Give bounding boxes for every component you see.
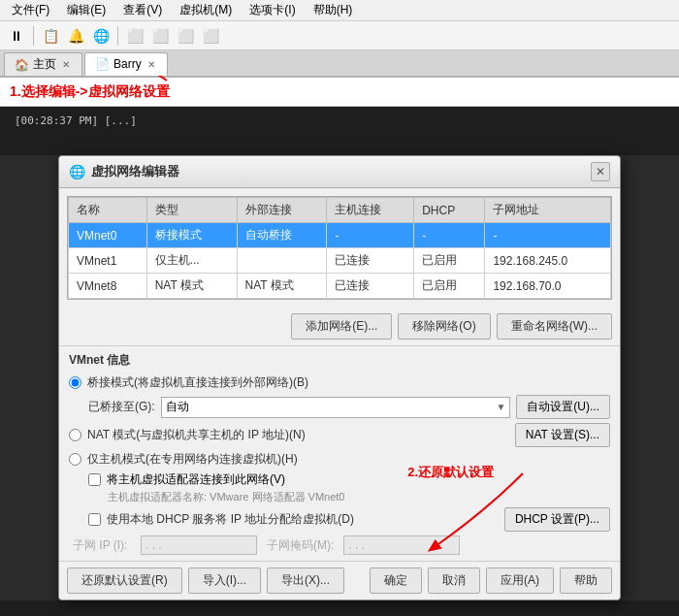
menu-help[interactable]: 帮助(H) bbox=[306, 0, 361, 20]
top-button-row: 添加网络(E)... 移除网络(O) 重命名网络(W)... bbox=[59, 308, 620, 345]
dhcp-row: 使用本地 DHCP 服务将 IP 地址分配给虚拟机(D) DHCP 设置(P).… bbox=[88, 507, 610, 532]
cell-subnet: - bbox=[485, 223, 611, 248]
col-name: 名称 bbox=[69, 198, 147, 223]
cell-name: VMnet8 bbox=[69, 274, 147, 299]
subnet-ip-label: 子网 IP (I): bbox=[73, 537, 131, 554]
cell-name: VMnet1 bbox=[69, 248, 147, 274]
step1-text: 1.选择编辑-> bbox=[10, 83, 88, 101]
bridge-to-dropdown[interactable]: 自动 ▼ bbox=[161, 397, 511, 418]
adapter-name-text: 主机虚拟适配器名称: VMware 网络适配器 VMnet0 bbox=[108, 490, 610, 504]
window-icon1[interactable]: ⬜ bbox=[124, 25, 146, 47]
vmware-status-text: [00:28:37 PM] [...] bbox=[0, 107, 679, 135]
vmnet-info-title: VMnet 信息 bbox=[69, 352, 610, 369]
tab-barry-icon: 📄 bbox=[95, 57, 110, 71]
export-button[interactable]: 导出(X)... bbox=[267, 567, 344, 594]
network-icon[interactable]: 🌐 bbox=[90, 25, 112, 47]
cell-type: NAT 模式 bbox=[146, 274, 237, 299]
step1b-text: 虚拟网络设置 bbox=[88, 83, 170, 101]
bridge-radio-label: 桥接模式(将虚拟机直接连接到外部网络)(B) bbox=[87, 374, 308, 391]
rename-network-button[interactable]: 重命名网络(W)... bbox=[497, 313, 612, 340]
remove-network-button[interactable]: 移除网络(O) bbox=[398, 313, 490, 340]
dialog-title: 虚拟网络编辑器 bbox=[91, 163, 179, 180]
cell-subnet: 192.168.245.0 bbox=[485, 248, 611, 274]
menu-vm[interactable]: 虚拟机(M) bbox=[172, 0, 240, 20]
network-table: 名称 类型 外部连接 主机连接 DHCP 子网地址 VMnet0 bbox=[68, 197, 611, 299]
cell-subnet: 192.168.70.0 bbox=[485, 274, 611, 299]
toolbar-separator bbox=[33, 26, 34, 46]
tab-barry-close[interactable]: ✕ bbox=[146, 59, 157, 70]
cell-type: 仅主机... bbox=[146, 248, 237, 274]
hostonly-radio-label: 仅主机模式(在专用网络内连接虚拟机)(H) bbox=[87, 451, 298, 468]
cell-host: - bbox=[327, 223, 414, 248]
toolbar-separator2 bbox=[117, 26, 118, 46]
restore-defaults-button[interactable]: 还原默认设置(R) bbox=[67, 567, 182, 594]
cell-type: 桥接模式 bbox=[146, 223, 237, 248]
auto-set-button[interactable]: 自动设置(U)... bbox=[516, 395, 610, 419]
connect-adapter-row: 将主机虚拟适配器连接到此网络(V) bbox=[88, 471, 610, 488]
bridge-to-row: 已桥接至(G): 自动 ▼ 自动设置(U)... bbox=[88, 395, 610, 419]
tab-barry[interactable]: 📄 Barry ✕ bbox=[84, 52, 168, 76]
vmware-bg-top: [00:28:37 PM] [...] bbox=[0, 107, 679, 155]
subnet-mask-label: 子网掩码(M): bbox=[267, 537, 334, 554]
cancel-button[interactable]: 取消 bbox=[428, 567, 480, 594]
bridge-radio-row: 桥接模式(将虚拟机直接连接到外部网络)(B) bbox=[69, 374, 610, 391]
window-icon2[interactable]: ⬜ bbox=[149, 25, 171, 47]
col-dhcp: DHCP bbox=[414, 198, 485, 223]
menu-file[interactable]: 文件(F) bbox=[4, 0, 57, 20]
dialog-container: 🌐 虚拟网络编辑器 ✕ 名称 类型 外部连接 主机连接 bbox=[0, 155, 679, 616]
cell-name: VMnet0 bbox=[69, 223, 147, 248]
menu-tabs[interactable]: 选项卡(I) bbox=[242, 0, 303, 20]
cell-ext bbox=[237, 248, 327, 274]
dialog-title-bar: 🌐 虚拟网络编辑器 ✕ bbox=[59, 156, 620, 188]
connect-adapter-label: 将主机虚拟适配器连接到此网络(V) bbox=[107, 471, 285, 488]
menu-edit[interactable]: 编辑(E) bbox=[59, 0, 113, 20]
subnet-mask-input[interactable] bbox=[343, 535, 460, 555]
vmnet-info-section: VMnet 信息 桥接模式(将虚拟机直接连接到外部网络)(B) 已桥接至(G):… bbox=[59, 345, 620, 561]
tab-home[interactable]: 🏠 主页 ✕ bbox=[4, 52, 82, 76]
menu-bar: 文件(F) 编辑(E) 查看(V) 虚拟机(M) 选项卡(I) 帮助(H) bbox=[0, 0, 679, 21]
dialog-wrapper: 🌐 虚拟网络编辑器 ✕ 名称 类型 外部连接 主机连接 bbox=[0, 155, 679, 600]
dialog-close-button[interactable]: ✕ bbox=[591, 162, 610, 181]
nat-radio-row: NAT 模式(与虚拟机共享主机的 IP 地址)(N) NAT 设置(S)... bbox=[69, 423, 610, 447]
add-network-button[interactable]: 添加网络(E)... bbox=[291, 313, 392, 340]
apply-button[interactable]: 应用(A) bbox=[486, 567, 554, 594]
instruction-bar: 1.选择编辑-> 虚拟网络设置 bbox=[0, 78, 679, 107]
bottom-button-row: 还原默认设置(R) 导入(I)... 导出(X)... 确定 取消 应用(A) … bbox=[59, 561, 620, 600]
tab-home-label: 主页 bbox=[33, 56, 56, 73]
notify-icon[interactable]: 🔔 bbox=[65, 25, 86, 47]
table-row[interactable]: VMnet1 仅主机... 已连接 已启用 192.168.245.0 bbox=[69, 248, 611, 274]
home-icon: 🏠 bbox=[15, 58, 29, 72]
window-icon3[interactable]: ⬜ bbox=[175, 25, 196, 47]
nat-radio[interactable] bbox=[69, 429, 81, 441]
col-type: 类型 bbox=[146, 198, 237, 223]
cell-dhcp: - bbox=[414, 223, 485, 248]
toolbar: ⏸ 📋 🔔 🌐 ⬜ ⬜ ⬜ ⬜ bbox=[0, 21, 679, 50]
tab-bar: 🏠 主页 ✕ 📄 Barry ✕ bbox=[0, 50, 679, 78]
network-table-container: 名称 类型 外部连接 主机连接 DHCP 子网地址 VMnet0 bbox=[59, 188, 620, 308]
table-row[interactable]: VMnet8 NAT 模式 NAT 模式 已连接 已启用 192.168.70.… bbox=[69, 274, 611, 299]
menu-view[interactable]: 查看(V) bbox=[115, 0, 170, 20]
virtual-network-editor-dialog: 🌐 虚拟网络编辑器 ✕ 名称 类型 外部连接 主机连接 bbox=[58, 155, 621, 600]
connect-adapter-checkbox[interactable] bbox=[88, 473, 101, 486]
bridge-radio[interactable] bbox=[69, 376, 81, 389]
nat-settings-button[interactable]: NAT 设置(S)... bbox=[515, 423, 610, 447]
dhcp-checkbox[interactable] bbox=[88, 513, 101, 526]
ok-button[interactable]: 确定 bbox=[370, 567, 422, 594]
dhcp-settings-button[interactable]: DHCP 设置(P)... bbox=[504, 507, 610, 532]
col-ext: 外部连接 bbox=[237, 198, 327, 223]
tab-barry-label: Barry bbox=[113, 57, 142, 71]
help-button[interactable]: 帮助 bbox=[560, 567, 612, 594]
spacer bbox=[350, 567, 364, 594]
col-host: 主机连接 bbox=[327, 198, 414, 223]
dropdown-arrow-icon: ▼ bbox=[496, 402, 505, 412]
pause-icon[interactable]: ⏸ bbox=[6, 25, 27, 47]
hostonly-radio[interactable] bbox=[69, 453, 81, 466]
import-button[interactable]: 导入(I)... bbox=[188, 567, 261, 594]
cell-dhcp: 已启用 bbox=[414, 274, 485, 299]
dialog-title-group: 🌐 虚拟网络编辑器 bbox=[69, 163, 179, 180]
subnet-ip-input[interactable] bbox=[141, 535, 257, 555]
table-row[interactable]: VMnet0 桥接模式 自动桥接 - - - bbox=[69, 223, 611, 248]
window-icon4[interactable]: ⬜ bbox=[200, 25, 221, 47]
copy-icon[interactable]: 📋 bbox=[40, 25, 61, 47]
cell-ext: 自动桥接 bbox=[237, 223, 327, 248]
